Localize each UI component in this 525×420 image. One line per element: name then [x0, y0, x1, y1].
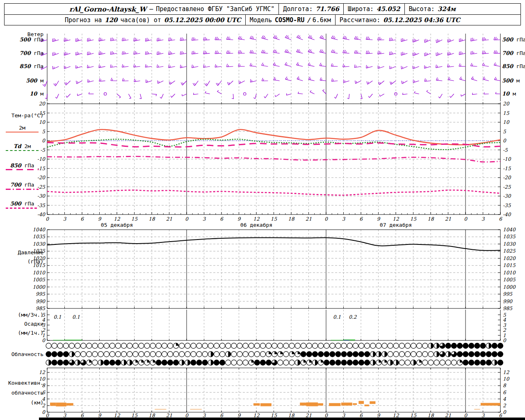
svg-text:18: 18: [148, 413, 155, 418]
svg-text:20: 20: [39, 101, 46, 107]
svg-text:9: 9: [377, 216, 381, 222]
precip-unit-3h: (мм/3ч.): [0, 312, 43, 318]
svg-text:1040: 1040: [503, 227, 516, 233]
svg-text:18: 18: [288, 216, 295, 222]
svg-text:-30: -30: [503, 193, 511, 199]
svg-text:6: 6: [359, 413, 363, 418]
svg-text:3: 3: [342, 413, 346, 418]
svg-text:21: 21: [306, 216, 312, 222]
svg-text:15: 15: [271, 413, 278, 418]
svg-text:3: 3: [482, 413, 485, 418]
svg-text:18: 18: [288, 413, 295, 418]
svg-text:9: 9: [237, 413, 241, 418]
svg-text:5: 5: [42, 129, 46, 135]
svg-text:-15: -15: [503, 166, 511, 171]
svg-text:1005: 1005: [503, 277, 516, 283]
svg-text:995: 995: [503, 291, 513, 297]
legend-t700-label: 700 гПа: [3, 182, 41, 188]
svg-text:12: 12: [114, 413, 121, 418]
svg-text:6: 6: [499, 216, 502, 222]
svg-text:1030: 1030: [32, 241, 46, 247]
svg-text:-10: -10: [37, 156, 46, 162]
svg-text:6: 6: [80, 413, 84, 418]
svg-text:-20: -20: [503, 175, 511, 180]
svg-text:10: 10: [503, 119, 510, 125]
svg-text:6: 6: [80, 216, 84, 222]
conv-panel-unit: (км): [0, 399, 43, 406]
svg-text:15: 15: [131, 216, 138, 222]
svg-text:0: 0: [42, 138, 46, 144]
svg-text:21: 21: [166, 413, 172, 418]
pressure-panel-title: Давление: [0, 249, 43, 256]
legend-t2m-line: [6, 132, 39, 134]
svg-text:3: 3: [63, 413, 67, 418]
conv-panel-title-2: облачность: [0, 390, 43, 396]
svg-text:6: 6: [220, 216, 224, 222]
svg-text:0: 0: [503, 138, 507, 144]
svg-text:-30: -30: [37, 193, 46, 199]
svg-text:15: 15: [131, 413, 138, 418]
svg-text:3: 3: [342, 216, 346, 222]
precip-unit-1h: (мм/1ч.): [0, 330, 43, 336]
svg-text:3: 3: [482, 216, 485, 222]
svg-text:1025: 1025: [503, 248, 516, 254]
svg-text:1010: 1010: [503, 270, 516, 276]
svg-text:21: 21: [306, 413, 312, 418]
svg-text:9: 9: [237, 216, 241, 222]
svg-text:-5: -5: [40, 147, 46, 153]
legend-td2m-line: [6, 150, 39, 153]
svg-text:0.2: 0.2: [349, 314, 357, 320]
pressure-panel-unit: (гПа): [0, 258, 43, 265]
wind-level-10m-left: 10 м: [0, 91, 43, 97]
svg-text:1020: 1020: [503, 256, 516, 261]
svg-text:0: 0: [185, 216, 189, 222]
svg-text:1040: 1040: [32, 227, 46, 233]
svg-text:0: 0: [185, 413, 189, 418]
wind-level-850hpa-right: 850 гПа: [502, 63, 525, 70]
svg-text:-40: -40: [37, 212, 46, 217]
temp-panel-title: Тем-ра(°C): [0, 112, 43, 119]
svg-text:21: 21: [445, 216, 451, 222]
svg-text:12: 12: [253, 413, 260, 418]
svg-text:1000: 1000: [503, 284, 516, 290]
legend-td2m-label: Td 2м: [3, 143, 41, 149]
svg-text:10: 10: [39, 119, 46, 125]
svg-text:21: 21: [166, 216, 172, 222]
svg-text:1010: 1010: [32, 270, 46, 276]
cloud-panel-title: Облачность: [0, 351, 43, 358]
precip-panel-title: Осадки: [0, 321, 43, 327]
svg-text:995: 995: [36, 291, 46, 297]
meteogram-chart: 2020151510105500-5-5-10-10-15-15-20-20-2…: [0, 0, 525, 420]
svg-text:0: 0: [464, 216, 468, 222]
legend-t850-line: [6, 169, 39, 170]
svg-text:18: 18: [427, 413, 434, 418]
legend-t500-line: [6, 208, 39, 209]
svg-text:0: 0: [464, 413, 468, 418]
svg-text:1015: 1015: [503, 262, 516, 268]
svg-text:1035: 1035: [32, 234, 46, 240]
svg-text:-25: -25: [503, 184, 511, 190]
svg-text:0: 0: [42, 409, 46, 415]
wind-level-500m-right: 500 м: [502, 78, 525, 84]
wind-level-500hpa-left: 500 гПа: [0, 37, 43, 43]
svg-text:21: 21: [445, 413, 451, 418]
svg-text:1030: 1030: [503, 241, 516, 247]
svg-text:15: 15: [410, 413, 417, 418]
svg-text:-35: -35: [503, 203, 511, 208]
wind-level-10m-right: 10 м: [502, 91, 525, 97]
svg-text:5: 5: [503, 129, 507, 135]
svg-text:1035: 1035: [503, 234, 516, 240]
svg-text:3: 3: [203, 413, 206, 418]
svg-text:0: 0: [324, 413, 328, 418]
wind-level-500m-left: 500 м: [0, 78, 43, 84]
svg-text:05 декабря: 05 декабря: [101, 222, 133, 228]
svg-text:0: 0: [503, 409, 507, 415]
svg-text:0.1: 0.1: [333, 314, 341, 320]
svg-text:10: 10: [503, 376, 510, 382]
svg-text:9: 9: [98, 413, 102, 418]
svg-text:12: 12: [39, 370, 46, 375]
svg-text:6: 6: [499, 413, 502, 418]
svg-text:6: 6: [503, 390, 507, 395]
svg-text:-10: -10: [503, 156, 511, 162]
svg-text:0: 0: [503, 338, 507, 343]
